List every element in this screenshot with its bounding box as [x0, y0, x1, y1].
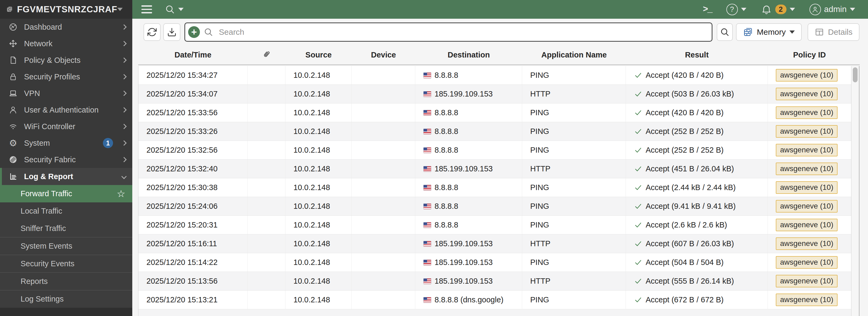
sidebar-item-security-profiles[interactable]: Security Profiles	[0, 68, 132, 85]
sidebar-subitem-system-events[interactable]: System Events	[0, 237, 132, 255]
column-header-result[interactable]: Result	[626, 51, 768, 59]
chevron-down-icon	[121, 174, 127, 179]
table-row[interactable]: 2025/12/20 15:32:56 10.0.2.148 8.8.8.8 P…	[138, 141, 851, 160]
policy-id-badge[interactable]: awsgeneve (10)	[776, 256, 838, 269]
result-text: Accept (252 B / 252 B)	[646, 127, 724, 136]
policy-id-badge[interactable]: awsgeneve (10)	[776, 107, 838, 119]
cell-datetime: 2025/12/20 15:13:21	[138, 291, 248, 309]
column-header-datetime[interactable]: Date/Time	[138, 51, 248, 59]
sidebar-item-network[interactable]: Network	[0, 35, 132, 52]
column-header-source[interactable]: Source	[285, 51, 352, 59]
sidebar-subitem-local-traffic[interactable]: Local Traffic	[0, 202, 132, 220]
help-icon: ?	[726, 4, 738, 15]
result-text: Accept (2.44 kB / 2.44 kB)	[646, 183, 736, 192]
chevron-right-icon	[121, 24, 127, 30]
cli-console-icon[interactable]: >_	[703, 4, 712, 15]
notifications-menu[interactable]: 2	[761, 4, 795, 15]
policy-id-badge[interactable]: awsgeneve (10)	[776, 275, 838, 288]
policy-id-badge[interactable]: awsgeneve (10)	[776, 125, 838, 138]
policy-id-badge[interactable]: awsgeneve (10)	[776, 163, 838, 175]
destination-text: 185.199.109.153	[435, 239, 493, 248]
favorite-star-icon[interactable]: ☆	[117, 189, 125, 199]
table-row[interactable]: 2025/12/20 15:30:38 10.0.2.148 8.8.8.8 P…	[138, 178, 851, 197]
table-row[interactable]: 2025/12/20 15:13:21 10.0.2.148 8.8.8.8 (…	[138, 291, 851, 309]
sidebar-subitem-forward-traffic[interactable]: Forward Traffic ☆	[0, 185, 132, 202]
cell-result: Accept (2.6 kB / 2.6 kB)	[626, 216, 768, 234]
cell-datetime: 2025/12/20 15:33:26	[138, 122, 248, 141]
policy-id-badge[interactable]: awsgeneve (10)	[776, 219, 838, 231]
sidebar-subitem-label: System Events	[21, 242, 72, 251]
sidebar-subitem-sniffer-traffic[interactable]: Sniffer Traffic	[0, 220, 132, 237]
policy-id-badge[interactable]: awsgeneve (10)	[776, 237, 838, 250]
cell-policy-id: awsgeneve (10)	[768, 197, 851, 216]
policy-id-badge[interactable]: awsgeneve (10)	[776, 200, 838, 213]
table-row[interactable]: 2025/12/20 15:32:40 10.0.2.148 185.199.1…	[138, 160, 851, 178]
table-row[interactable]: 2025/12/20 15:20:31 10.0.2.148 8.8.8.8 P…	[138, 216, 851, 234]
search-input[interactable]	[184, 23, 712, 42]
column-header-application[interactable]: Application Name	[522, 51, 626, 59]
table-row[interactable]: 2025/12/20 15:14:22 10.0.2.148 185.199.1…	[138, 253, 851, 272]
cell-attachment	[248, 104, 285, 122]
cell-policy-id: awsgeneve (10)	[768, 141, 851, 159]
policy-id-badge[interactable]: awsgeneve (10)	[776, 69, 838, 82]
cell-application: PING	[522, 104, 626, 122]
global-search-button[interactable]	[165, 4, 184, 15]
sidebar-item-dashboard[interactable]: Dashboard	[0, 19, 132, 35]
cell-datetime: 2025/12/20 15:14:22	[138, 253, 248, 271]
sidebar-item-system[interactable]: ⚙ System 1	[0, 135, 132, 151]
collapse-menu-button[interactable]	[142, 5, 152, 13]
table-row[interactable]: 2025/12/20 15:34:07 10.0.2.148 185.199.1…	[138, 85, 851, 104]
cell-policy-id: awsgeneve (10)	[768, 122, 851, 141]
cell-application: PING	[522, 216, 626, 234]
sidebar-subitem-reports[interactable]: Reports	[0, 273, 132, 290]
memory-firewall-icon	[743, 27, 753, 37]
sidebar-item-user-authentication[interactable]: User & Authentication	[0, 102, 132, 118]
table-row[interactable]: 2025/12/20 15:33:56 10.0.2.148 8.8.8.8 P…	[138, 104, 851, 122]
policy-id-badge[interactable]: awsgeneve (10)	[776, 88, 838, 100]
column-header-attachment[interactable]	[248, 50, 285, 60]
cell-application: HTTP	[522, 85, 626, 103]
sidebar-item-log-report[interactable]: Log & Report	[0, 168, 132, 185]
policy-id-badge[interactable]: awsgeneve (10)	[776, 293, 838, 306]
sidebar-item-wifi-controller[interactable]: WiFi Controller	[0, 118, 132, 135]
refresh-button[interactable]	[144, 23, 161, 41]
sidebar-subitem-security-events[interactable]: Security Events	[0, 255, 132, 272]
cell-destination: 8.8.8.8	[415, 216, 522, 234]
table-row[interactable]: 2025/12/20 15:34:27 10.0.2.148 8.8.8.8 P…	[138, 66, 851, 85]
cell-datetime: 2025/12/20 15:33:56	[138, 104, 248, 122]
sidebar-subitem-log-settings[interactable]: Log Settings	[0, 290, 132, 308]
download-button[interactable]	[163, 23, 180, 41]
policy-id-badge[interactable]: awsgeneve (10)	[776, 144, 838, 157]
sidebar-item-policy-objects[interactable]: Policy & Objects	[0, 52, 132, 68]
destination-text: 8.8.8.8	[435, 146, 458, 154]
sidebar-subitem-label: Sniffer Traffic	[21, 224, 66, 233]
table-row[interactable]: 2025/12/20 15:24:06 10.0.2.148 8.8.8.8 P…	[138, 197, 851, 216]
cell-application: HTTP	[522, 272, 626, 290]
filter-search: +	[184, 23, 712, 42]
log-source-dropdown[interactable]: Memory	[736, 23, 802, 41]
search-submit-button[interactable]	[717, 23, 733, 41]
help-menu[interactable]: ?	[726, 4, 746, 15]
user-menu[interactable]: admin	[809, 4, 855, 15]
sidebar-item-vpn[interactable]: VPN	[0, 85, 132, 102]
scrollbar-thumb[interactable]	[853, 67, 858, 82]
add-filter-button[interactable]: +	[188, 26, 200, 38]
top-bar-actions: >_ ? 2 admin	[703, 4, 855, 15]
column-header-device[interactable]: Device	[352, 51, 415, 59]
column-header-destination[interactable]: Destination	[415, 51, 522, 59]
table-row[interactable]: 2025/12/20 15:16:11 10.0.2.148 185.199.1…	[138, 234, 851, 253]
sidebar-item-security-fabric[interactable]: Security Fabric	[0, 151, 132, 168]
column-header-policy-id[interactable]: Policy ID	[768, 51, 851, 59]
details-toggle-button[interactable]: Details	[808, 23, 860, 41]
result-text: Accept (555 B / 26.14 kB)	[646, 277, 734, 286]
table-row[interactable]: 2025/12/20 15:33:26 10.0.2.148 8.8.8.8 P…	[138, 122, 851, 141]
result-text: Accept (2.6 kB / 2.6 kB)	[646, 221, 727, 229]
cell-policy-id: awsgeneve (10)	[768, 160, 851, 178]
destination-text: 185.199.109.153	[435, 258, 493, 267]
cell-policy-id: awsgeneve (10)	[768, 234, 851, 253]
table-scrollbar[interactable]	[851, 66, 860, 316]
policy-id-badge[interactable]: awsgeneve (10)	[776, 181, 838, 194]
device-menu[interactable]: FGVMEVTSNRZCJRAF	[0, 0, 132, 19]
top-bar: FGVMEVTSNRZCJRAF >_ ? 2	[0, 0, 868, 19]
table-row[interactable]: 2025/12/20 15:13:56 10.0.2.148 185.199.1…	[138, 272, 851, 291]
